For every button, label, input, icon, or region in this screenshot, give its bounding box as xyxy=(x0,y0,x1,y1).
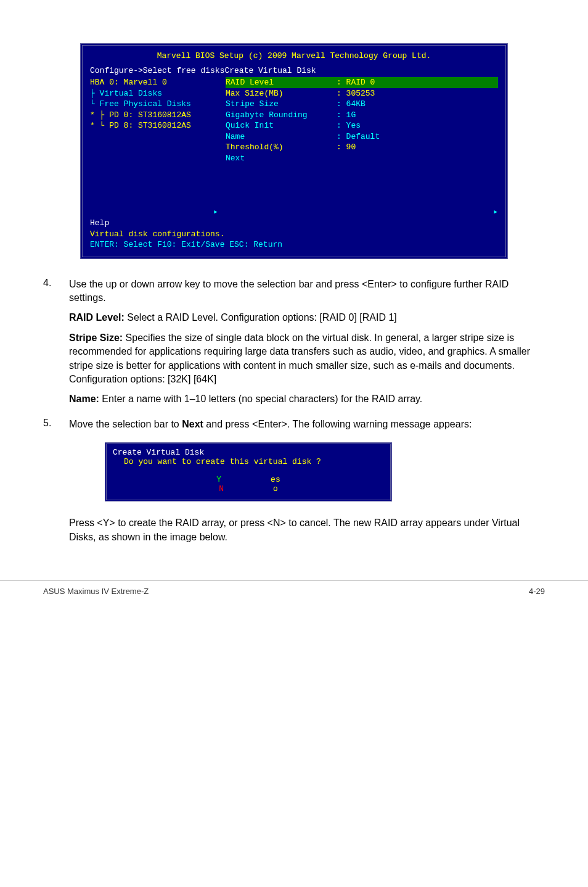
left-scroll-arrow-icon: ▸ xyxy=(213,207,218,218)
dialog-question: Do you want to create this virtual disk … xyxy=(124,457,384,466)
threshold-val: : 90 xyxy=(337,142,356,153)
name-paragraph: Name: Enter a name with 1–10 letters (no… xyxy=(69,392,545,406)
step-5-number: 5. xyxy=(43,418,69,431)
right-scroll-arrow-icon: ▸ xyxy=(493,207,498,218)
help-label: Help xyxy=(90,218,498,229)
step-5-text-after: and press <Enter>. The following warning… xyxy=(203,419,472,429)
stripe-size-label: Stripe Size: xyxy=(69,332,126,343)
name-label: Name: xyxy=(69,394,102,404)
gb-rounding-val: : 1G xyxy=(337,110,356,121)
raid-level-row: RAID Level : RAID 0 xyxy=(226,77,498,88)
no-hotkey: N xyxy=(219,484,224,493)
name-key: Name xyxy=(226,131,337,142)
next-row: Next xyxy=(226,153,498,164)
stripe-size-row: Stripe Size : 64KB xyxy=(226,99,498,110)
gb-rounding-row: Gigabyte Rounding : 1G xyxy=(226,110,498,121)
quick-init-val: : Yes xyxy=(337,120,361,131)
next-key: Next xyxy=(226,153,337,164)
after-dialog-paragraph-block: Press <Y> to create the RAID array, or p… xyxy=(43,516,545,544)
max-size-key: Max Size(MB) xyxy=(226,88,337,99)
stripe-size-key: Stripe Size xyxy=(226,99,337,110)
no-rest: o xyxy=(273,484,278,493)
bios-title: Marvell BIOS Setup (c) 2009 Marvell Tech… xyxy=(90,51,498,62)
stripe-size-text: Specifies the size of single data block … xyxy=(69,332,530,371)
raid-level-key: RAID Level xyxy=(226,77,337,88)
footer-right: 4-29 xyxy=(529,587,545,596)
virtual-disks-line: ├ Virtual Disks xyxy=(90,88,226,99)
name-text: Enter a name with 1–10 letters (no speci… xyxy=(102,394,422,404)
after-dialog-text: Press <Y> to create the RAID array, or p… xyxy=(69,516,545,544)
step-4: 4. Use the up or down arrow key to move … xyxy=(43,278,545,406)
left-arrow-indicator: ▸ ▸ xyxy=(90,207,498,218)
max-size-val: : 305253 xyxy=(337,88,375,99)
pd8-line: * └ PD 8: ST3160812AS xyxy=(90,120,226,131)
pd0-line: * ├ PD 0: ST3160812AS xyxy=(90,110,226,121)
page-footer: ASUS Maximus IV Extreme-Z 4-29 xyxy=(0,580,588,614)
raid-level-val: : RAID 0 xyxy=(337,77,375,88)
dialog-no: No xyxy=(194,484,303,493)
bios-left-pane: HBA 0: Marvell 0 ├ Virtual Disks └ Free … xyxy=(90,77,226,163)
stripe-size-paragraph: Stripe Size: Specifies the size of singl… xyxy=(69,331,545,387)
raid-level-text: Select a RAID Level. Configuration optio… xyxy=(127,312,397,323)
stripe-size-config: Configuration options: [32K] [64K] xyxy=(69,374,216,384)
gb-rounding-key: Gigabyte Rounding xyxy=(226,110,337,121)
next-bold: Next xyxy=(182,419,203,429)
step-4-text: Use the up or down arrow key to move the… xyxy=(69,278,545,305)
quick-init-row: Quick Init : Yes xyxy=(226,120,498,131)
free-disks-line: └ Free Physical Disks xyxy=(90,99,226,110)
dialog-title: Create Virtual Disk xyxy=(113,448,384,457)
threshold-row: Threshold(%) : 90 xyxy=(226,142,498,153)
step-5: 5. Move the selection bar to Next and pr… xyxy=(43,418,545,431)
bios-breadcrumb: Configure->Select free disksCreate Virtu… xyxy=(90,65,498,76)
help-keys: ENTER: Select F10: Exit/Save ESC: Return xyxy=(90,239,498,250)
step-5-text-before: Move the selection bar to xyxy=(69,419,182,429)
yes-rest: es xyxy=(271,475,280,484)
step-4-number: 4. xyxy=(43,278,69,406)
bios-setup-screen: Marvell BIOS Setup (c) 2009 Marvell Tech… xyxy=(80,43,508,259)
raid-level-label: RAID Level: xyxy=(69,312,127,323)
name-row: Name : Default xyxy=(226,131,498,142)
hba-line: HBA 0: Marvell 0 xyxy=(90,77,226,88)
name-val: : Default xyxy=(337,131,380,142)
dialog-yes: Yes xyxy=(192,475,304,484)
raid-level-paragraph: RAID Level: Select a RAID Level. Configu… xyxy=(69,311,545,324)
create-vd-dialog: Create Virtual Disk Do you want to creat… xyxy=(105,442,392,501)
footer-left: ASUS Maximus IV Extreme-Z xyxy=(43,587,149,596)
quick-init-key: Quick Init xyxy=(226,120,337,131)
yes-hotkey: Y xyxy=(216,475,221,484)
help-text: Virtual disk configurations. xyxy=(90,229,498,240)
max-size-row: Max Size(MB) : 305253 xyxy=(226,88,498,99)
stripe-size-val: : 64KB xyxy=(337,99,365,110)
bios-right-pane: RAID Level : RAID 0 Max Size(MB) : 30525… xyxy=(226,77,498,163)
threshold-key: Threshold(%) xyxy=(226,142,337,153)
